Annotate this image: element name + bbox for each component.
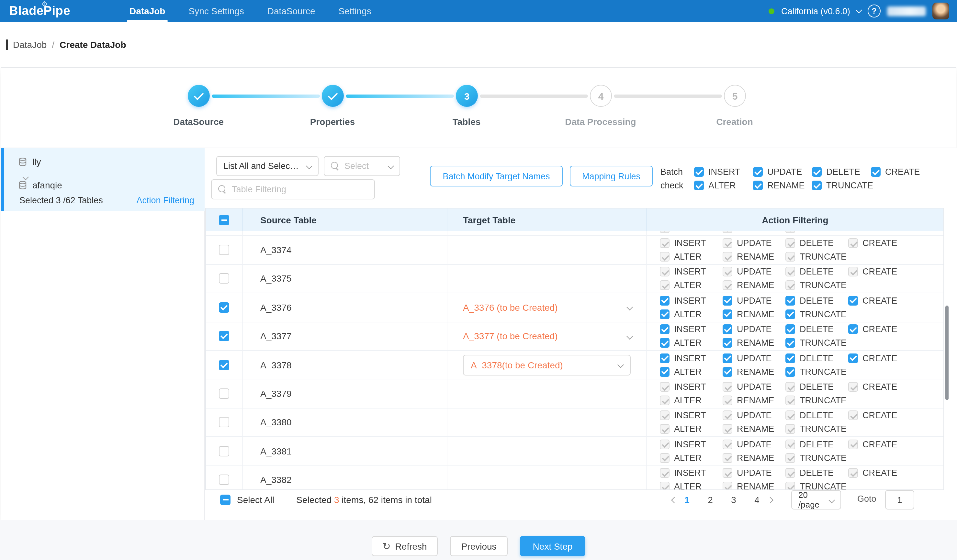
action-option-label: INSERT bbox=[674, 382, 706, 392]
nav-item-datasource[interactable]: DataSource bbox=[256, 0, 327, 22]
action-option-label: ALTER bbox=[708, 181, 736, 190]
action-option-label: ALTER bbox=[674, 482, 701, 489]
step-connector bbox=[212, 94, 320, 98]
checkbox[interactable] bbox=[660, 367, 670, 377]
previous-button[interactable]: Previous bbox=[450, 536, 508, 556]
action-filtering-link[interactable]: Action Filtering bbox=[136, 196, 194, 205]
selected-schema-block[interactable]: lly afanqie Selected 3 /62 Tables Action… bbox=[1, 148, 205, 211]
checkbox[interactable] bbox=[660, 325, 670, 334]
refresh-button[interactable]: ↻ Refresh bbox=[371, 536, 438, 556]
checkbox[interactable] bbox=[871, 167, 881, 177]
checkbox[interactable] bbox=[723, 325, 732, 334]
chevron-down-icon[interactable] bbox=[627, 304, 633, 311]
main-card: 345 DataSourcePropertiesTablesData Proce… bbox=[1, 67, 956, 520]
avatar[interactable] bbox=[932, 3, 949, 19]
source-table-cell: A_3378 bbox=[243, 351, 447, 379]
checkbox[interactable] bbox=[812, 181, 822, 190]
source-schema[interactable]: lly bbox=[18, 157, 41, 167]
breadcrumb-parent[interactable]: DataJob bbox=[13, 39, 47, 50]
table-body: INSERTUPDATEDELETECREATEALTERRENAMETRUNC… bbox=[206, 231, 943, 489]
mapping-rules-button[interactable]: Mapping Rules bbox=[570, 166, 653, 186]
target-table-name[interactable]: A_3376 (to be Created) bbox=[463, 302, 558, 313]
navbar: BladePipe ⚙ DataJobSync SettingsDataSour… bbox=[0, 0, 957, 22]
next-page-icon[interactable] bbox=[763, 493, 776, 506]
select-all-header-checkbox[interactable] bbox=[219, 215, 229, 225]
checkbox[interactable] bbox=[219, 446, 229, 456]
page-2[interactable]: 2 bbox=[704, 495, 717, 505]
filter-select[interactable]: Select bbox=[324, 156, 400, 176]
action-option-label: TRUNCATE bbox=[800, 396, 846, 405]
checkbox[interactable] bbox=[753, 167, 763, 177]
checkbox[interactable] bbox=[660, 353, 670, 363]
checkbox[interactable] bbox=[219, 417, 229, 427]
checkbox[interactable] bbox=[660, 309, 670, 319]
list-mode-select[interactable]: List All and Select ... bbox=[216, 156, 319, 176]
checkbox[interactable] bbox=[753, 181, 763, 190]
action-option-label: INSERT bbox=[674, 296, 706, 306]
breadcrumb-separator: / bbox=[52, 39, 54, 50]
chevron-down-icon bbox=[387, 163, 394, 169]
checkbox[interactable] bbox=[848, 353, 858, 363]
checkbox[interactable] bbox=[723, 353, 732, 363]
checkbox[interactable] bbox=[723, 296, 732, 306]
action-option-label: RENAME bbox=[737, 281, 774, 290]
checkbox[interactable] bbox=[660, 338, 670, 348]
checkbox[interactable] bbox=[785, 353, 795, 363]
checkbox[interactable] bbox=[848, 325, 858, 334]
region-selector[interactable]: California (v0.6.0) bbox=[781, 6, 850, 16]
step-label-properties: Properties bbox=[265, 117, 400, 127]
help-icon[interactable]: ? bbox=[868, 5, 881, 17]
checkbox[interactable] bbox=[219, 273, 229, 284]
target-schema[interactable]: afanqie bbox=[18, 180, 62, 190]
checkbox[interactable] bbox=[848, 296, 858, 306]
step-circle-5: 5 bbox=[724, 85, 746, 107]
checkbox[interactable] bbox=[660, 296, 670, 306]
checkbox[interactable] bbox=[723, 367, 732, 377]
checkbox[interactable] bbox=[785, 367, 795, 377]
prev-page-icon[interactable] bbox=[668, 493, 681, 506]
refresh-icon: ↻ bbox=[382, 540, 390, 552]
checkbox[interactable] bbox=[219, 302, 229, 313]
nav-item-sync-settings[interactable]: Sync Settings bbox=[177, 0, 256, 22]
checkbox[interactable] bbox=[219, 245, 229, 255]
checkbox[interactable] bbox=[785, 338, 795, 348]
checkbox[interactable] bbox=[694, 167, 704, 177]
action-option-label: RENAME bbox=[737, 309, 774, 319]
nav-item-settings[interactable]: Settings bbox=[327, 0, 383, 22]
checkbox[interactable] bbox=[812, 167, 822, 177]
checkbox[interactable] bbox=[723, 309, 732, 319]
checkbox[interactable] bbox=[785, 325, 795, 334]
page-3[interactable]: 3 bbox=[727, 495, 740, 505]
checkbox[interactable] bbox=[785, 296, 795, 306]
checkbox[interactable] bbox=[219, 388, 229, 399]
select-all-checkbox[interactable] bbox=[220, 495, 231, 505]
disabled-checkbox bbox=[785, 424, 795, 434]
goto-page-input[interactable] bbox=[885, 490, 914, 510]
app-logo[interactable]: BladePipe ⚙ bbox=[9, 4, 105, 18]
checkbox[interactable] bbox=[219, 331, 229, 341]
nav-item-datajob[interactable]: DataJob bbox=[118, 0, 177, 22]
checkbox[interactable] bbox=[723, 338, 732, 348]
action-option-delete: DELETE bbox=[785, 267, 848, 277]
page-4[interactable]: 4 bbox=[750, 495, 763, 505]
disabled-checkbox bbox=[660, 453, 670, 463]
checkbox[interactable] bbox=[785, 309, 795, 319]
step-label-tables: Tables bbox=[400, 117, 534, 127]
action-filtering-cell: INSERTUPDATEDELETECREATEALTERRENAMETRUNC… bbox=[647, 293, 943, 322]
chevron-down-icon[interactable] bbox=[627, 333, 633, 339]
checkbox[interactable] bbox=[694, 181, 704, 190]
target-table-select[interactable]: A_3378(to be Created) bbox=[463, 355, 631, 375]
chevron-down-icon[interactable] bbox=[856, 6, 862, 13]
page-1[interactable]: 1 bbox=[681, 495, 693, 505]
next-step-button[interactable]: Next Step bbox=[520, 536, 586, 556]
checkbox[interactable] bbox=[219, 475, 229, 485]
target-table-name[interactable]: A_3377 (to be Created) bbox=[463, 331, 558, 341]
batch-modify-target-names-button[interactable]: Batch Modify Target Names bbox=[430, 166, 563, 186]
chevron-down-icon bbox=[617, 361, 624, 368]
action-option-label: INSERT bbox=[708, 167, 741, 177]
page-size-select[interactable]: 20 /page bbox=[791, 490, 841, 510]
selection-count-summary: Selected 3 items, 62 items in total bbox=[296, 495, 432, 505]
vertical-scrollbar[interactable] bbox=[945, 306, 949, 400]
checkbox[interactable] bbox=[219, 360, 229, 370]
table-filter-input[interactable] bbox=[232, 185, 368, 194]
